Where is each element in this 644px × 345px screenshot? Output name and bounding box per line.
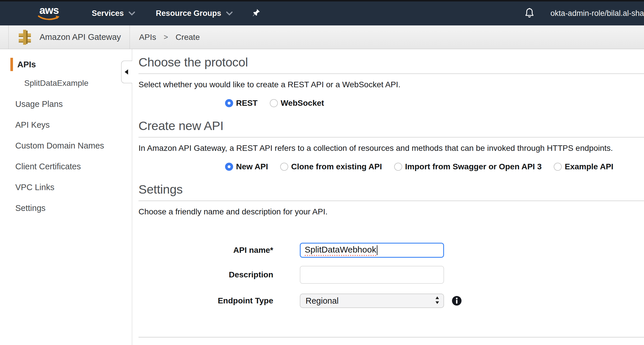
sidebar-item-client-certificates[interactable]: Client Certificates [15,162,132,172]
breadcrumb-separator: > [164,33,168,42]
info-icon[interactable] [452,296,462,306]
api-name-row: API name* SplitDataWebhook [138,243,644,258]
radio-selected-icon[interactable] [225,163,233,171]
radio-label: REST [236,99,258,108]
main-panel: Choose the protocol Select whether you w… [132,49,644,345]
endpoint-type-label: Endpoint Type [138,296,273,305]
section-description: In Amazon API Gateway, a REST API refers… [138,143,644,153]
chevron-down-icon[interactable] [226,12,233,16]
endpoint-type-value: Regional [306,296,435,306]
endpoint-type-select[interactable]: Regional [300,294,444,308]
sidebar-item-usage-plans[interactable]: Usage Plans [15,99,132,109]
radio-unselected-icon[interactable] [280,163,288,171]
radio-unselected-icon[interactable] [270,99,278,107]
subnav-divider [130,25,130,49]
breadcrumb-apis[interactable]: APIs [139,33,156,42]
sidebar-item-settings[interactable]: Settings [15,203,132,213]
settings-form: API name* SplitDataWebhook Description [138,243,644,308]
section-settings: Settings Choose a friendly name and desc… [138,182,644,337]
description-row: Description [138,266,644,284]
radio-label: Example API [565,162,613,171]
endpoint-type-row: Endpoint Type Regional [138,294,644,308]
radio-label: Import from Swagger or Open API 3 [405,162,542,171]
sidebar-item-apis[interactable]: APIs [0,58,132,71]
api-gateway-icon [18,30,31,45]
radio-label: New API [236,162,268,171]
section-title: Choose the protocol [138,55,644,69]
radio-unselected-icon[interactable] [554,163,562,171]
text-cursor [377,245,377,255]
radio-option-websocket[interactable]: WebSocket [270,99,324,108]
api-name-input[interactable]: SplitDataWebhook [300,243,444,258]
bell-icon[interactable] [523,7,536,20]
api-name-label: API name* [138,246,273,255]
sidebar-item-label: APIs [17,60,36,69]
aws-logo-text: aws [40,5,59,15]
create-api-radio-group: New API Clone from existing API Import f… [225,162,644,172]
section-description: Select whether you would like to create … [138,80,644,90]
aws-logo[interactable]: aws [37,5,61,22]
radio-option-example-api[interactable]: Example API [554,162,613,171]
nav-services[interactable]: Services [92,9,124,18]
chevron-down-icon[interactable] [129,12,135,16]
aws-console-navbar: aws Services Resource Groups okta-admin-… [0,1,644,25]
api-name-value: SplitDataWebhook [305,245,376,256]
sidebar-item-vpc-links[interactable]: VPC Links [15,183,132,192]
section-divider [138,201,644,201]
radio-label: WebSocket [281,99,324,108]
account-menu[interactable]: okta-admin-role/bilal.al-sha [551,9,644,18]
service-subnav: Amazon API Gateway APIs > Create [0,25,644,49]
nav-resource-groups[interactable]: Resource Groups [156,9,221,18]
sidebar-item-splitdataexample[interactable]: SplitDataExample [24,79,132,88]
aws-smile-icon [38,15,60,22]
section-divider [138,73,644,74]
select-stepper-icon [435,296,439,305]
section-description: Choose a friendly name and description f… [138,207,644,217]
sidebar: APIs SplitDataExample Usage Plans API Ke… [0,49,132,345]
radio-selected-icon[interactable] [225,99,233,107]
collapse-left-icon [125,69,128,75]
breadcrumb: APIs > Create [139,33,200,42]
section-title: Create new API [138,118,644,133]
protocol-radio-group: REST WebSocket [225,98,644,108]
section-create-new-api: Create new API In Amazon API Gateway, a … [138,118,644,172]
sidebar-item-api-keys[interactable]: API Keys [15,120,132,130]
radio-unselected-icon[interactable] [394,163,402,171]
description-label: Description [138,270,273,279]
bottom-divider [138,337,644,337]
page-body: APIs SplitDataExample Usage Plans API Ke… [0,49,644,345]
description-input[interactable] [300,266,444,284]
radio-option-rest[interactable]: REST [225,99,258,108]
service-name[interactable]: Amazon API Gateway [40,32,121,42]
pin-icon[interactable] [252,9,261,18]
sidebar-collapse-button[interactable] [121,61,132,83]
active-item-accent-bar [10,58,13,71]
radio-option-import-swagger[interactable]: Import from Swagger or Open API 3 [394,162,542,171]
radio-option-new-api[interactable]: New API [225,162,268,171]
radio-option-clone[interactable]: Clone from existing API [280,162,382,171]
sidebar-item-custom-domain-names[interactable]: Custom Domain Names [15,141,132,151]
section-title: Settings [138,182,644,196]
breadcrumb-create: Create [175,33,200,42]
section-divider [138,137,644,138]
subnav-left-edge [0,25,9,49]
section-choose-protocol: Choose the protocol Select whether you w… [138,55,644,108]
radio-label: Clone from existing API [291,162,382,171]
